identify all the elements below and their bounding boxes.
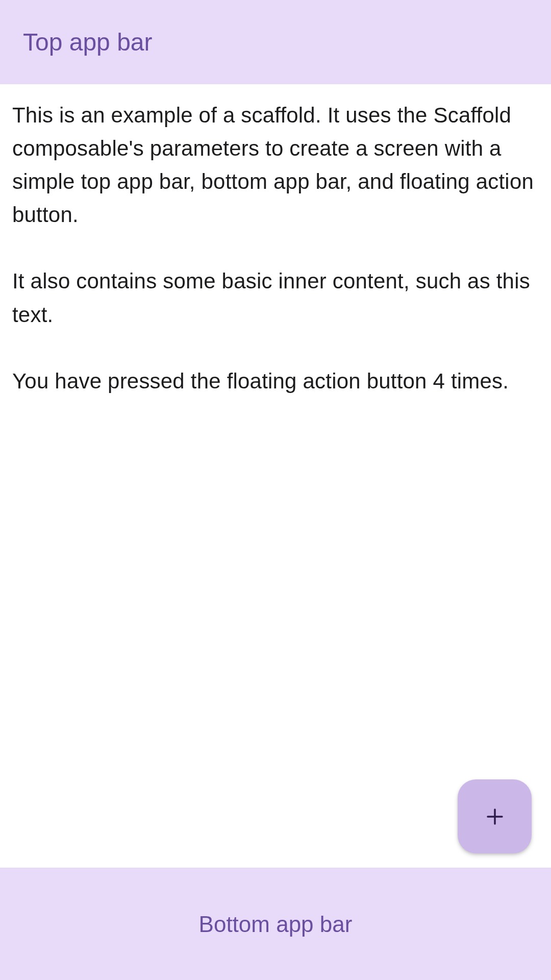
content-paragraph-1: This is an example of a scaffold. It use… xyxy=(12,103,534,227)
main-content: This is an example of a scaffold. It use… xyxy=(0,84,551,868)
plus-icon xyxy=(484,806,506,827)
top-app-bar: Top app bar xyxy=(0,0,551,84)
press-count-value: 4 xyxy=(433,369,445,393)
press-count-suffix: times. xyxy=(445,369,509,393)
content-paragraph-2: It also contains some basic inner conten… xyxy=(12,269,530,326)
top-app-bar-title: Top app bar xyxy=(23,28,153,56)
bottom-app-bar: Bottom app bar xyxy=(0,868,551,980)
content-text-block: This is an example of a scaffold. It use… xyxy=(12,99,539,398)
floating-action-button[interactable] xyxy=(458,779,532,853)
press-count-prefix: You have pressed the floating action but… xyxy=(12,369,433,393)
bottom-app-bar-label: Bottom app bar xyxy=(199,912,353,937)
